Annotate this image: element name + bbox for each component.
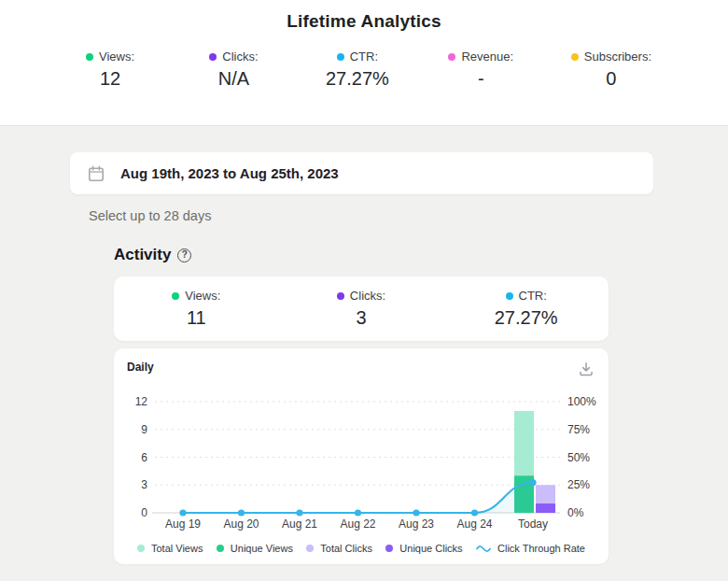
legend-label: Total Views: [151, 543, 203, 554]
activity-stat-clicks: Clicks: 3: [279, 289, 444, 329]
left-axis-tick: 9: [141, 423, 147, 436]
question-circle-icon[interactable]: ?: [177, 248, 191, 262]
activity-stats-card: Views: 11 Clicks: 3 CTR: 27.27%: [114, 276, 609, 341]
legend-label: Total Clicks: [320, 543, 372, 554]
views-dot-icon: [86, 53, 93, 61]
right-axis-tick: 50%: [567, 451, 590, 464]
x-axis-label: Aug 22: [340, 517, 375, 531]
download-icon[interactable]: [578, 361, 595, 377]
activity-section-heading: Activity ?: [114, 246, 728, 264]
bar-unique-clicks: [536, 503, 555, 513]
subscribers-dot-icon: [571, 53, 579, 61]
stat-value: 12: [77, 68, 144, 90]
lifetime-stat-ctr: CTR: 27.27%: [324, 50, 391, 90]
stat-label: CTR:: [350, 50, 378, 64]
ctr-dot-icon: [337, 53, 344, 61]
clicks-dot-icon: [337, 292, 344, 300]
revenue-dot-icon: [448, 53, 455, 61]
wave-icon: [476, 545, 491, 553]
chart-header: Daily: [114, 348, 609, 377]
lifetime-stat-revenue: Revenue: -: [447, 50, 514, 90]
total-clicks-swatch-icon: [306, 545, 314, 552]
activity-chart-card: Daily 00%325%650%975%12100%Aug 19Aug 20A…: [114, 348, 609, 564]
total-views-swatch-icon: [137, 545, 145, 552]
x-axis-label: Aug 20: [223, 517, 259, 531]
right-axis-tick: 0%: [567, 506, 584, 519]
ctr-point[interactable]: [179, 509, 186, 516]
stat-label: CTR:: [519, 289, 547, 303]
stat-label: Views:: [185, 289, 220, 303]
x-axis-label: Aug 24: [456, 517, 492, 531]
left-axis-tick: 3: [141, 478, 147, 491]
legend-label: Click Through Rate: [497, 543, 585, 554]
date-range-picker[interactable]: Aug 19th, 2023 to Aug 25th, 2023: [70, 152, 653, 194]
stat-value: N/A: [200, 68, 267, 90]
x-axis-label: Aug 23: [399, 517, 434, 531]
views-dot-icon: [172, 292, 179, 300]
stat-value: 27.27%: [324, 68, 391, 90]
ctr-line: [183, 483, 533, 513]
stat-value: 0: [571, 68, 651, 90]
stat-label: Views:: [99, 50, 134, 64]
lifetime-stat-views: Views: 12: [77, 50, 144, 90]
stat-value: -: [447, 68, 514, 90]
left-axis-tick: 0: [141, 506, 147, 519]
legend-item-click-through-rate[interactable]: Click Through Rate: [476, 543, 585, 554]
ctr-area: [183, 483, 533, 513]
stat-value: 27.27%: [443, 307, 609, 329]
ctr-point[interactable]: [296, 509, 302, 516]
right-axis-tick: 100%: [567, 395, 596, 408]
legend-item-unique-views[interactable]: Unique Views: [217, 543, 293, 554]
legend-label: Unique Clicks: [399, 543, 462, 554]
calendar-icon: [87, 164, 105, 183]
page-title: Lifetime Analytics: [0, 0, 728, 32]
ctr-point[interactable]: [413, 509, 419, 516]
ctr-point[interactable]: [471, 509, 478, 516]
stat-label: Revenue:: [461, 50, 513, 64]
x-axis-label: Aug 21: [282, 517, 317, 531]
clicks-dot-icon: [209, 53, 217, 61]
date-range-hint: Select up to 28 days: [89, 208, 728, 223]
unique-clicks-swatch-icon: [385, 545, 393, 552]
analytics-body: Aug 19th, 2023 to Aug 25th, 2023 Select …: [0, 126, 728, 581]
stat-label: Subscribers:: [584, 50, 651, 64]
legend-item-unique-clicks[interactable]: Unique Clicks: [385, 543, 462, 554]
activity-chart: 00%325%650%975%12100%Aug 19Aug 20Aug 21A…: [114, 382, 609, 539]
ctr-point[interactable]: [355, 509, 361, 516]
lifetime-stats-row: Views: 12 Clicks: N/A CTR: 27.27% Revenu…: [0, 50, 728, 90]
lifetime-analytics-header: Lifetime Analytics Views: 12 Clicks: N/A…: [0, 0, 728, 126]
activity-stat-views: Views: 11: [114, 289, 279, 329]
date-range-value: Aug 19th, 2023 to Aug 25th, 2023: [120, 165, 339, 181]
ctr-dot-icon: [506, 292, 513, 300]
left-axis-tick: 6: [141, 451, 147, 464]
lifetime-stat-clicks: Clicks: N/A: [200, 50, 267, 90]
x-axis-label: Today: [518, 517, 548, 531]
right-axis-tick: 25%: [567, 478, 590, 491]
tab-daily[interactable]: Daily: [127, 361, 154, 374]
activity-title: Activity: [114, 246, 171, 264]
x-axis-label: Aug 19: [165, 517, 201, 531]
stat-label: Clicks:: [350, 289, 385, 303]
stat-value: 3: [279, 307, 444, 329]
chart-legend: Total ViewsUnique ViewsTotal ClicksUniqu…: [114, 543, 609, 554]
stat-label: Clicks:: [222, 50, 258, 64]
legend-item-total-views[interactable]: Total Views: [137, 543, 203, 554]
lifetime-stat-subscribers: Subscribers: 0: [571, 50, 651, 90]
legend-item-total-clicks[interactable]: Total Clicks: [306, 543, 372, 554]
activity-stat-ctr: CTR: 27.27%: [443, 289, 609, 329]
ctr-point[interactable]: [238, 509, 245, 516]
unique-views-swatch-icon: [217, 545, 224, 552]
right-axis-tick: 75%: [567, 423, 590, 436]
ctr-point[interactable]: [529, 479, 536, 486]
left-axis-tick: 12: [135, 395, 148, 408]
legend-label: Unique Views: [231, 543, 293, 554]
stat-value: 11: [114, 307, 279, 329]
